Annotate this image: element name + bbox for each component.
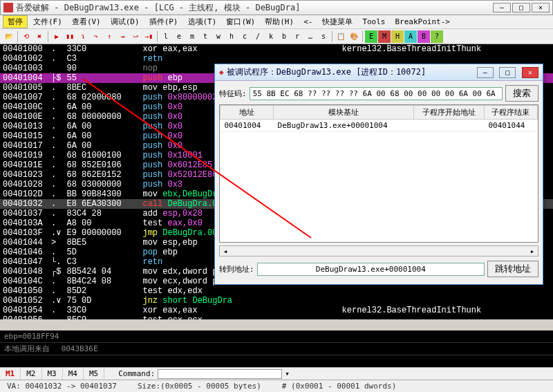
dialog-icon: ◆: [219, 68, 224, 77]
plugin-q-icon[interactable]: ?: [431, 30, 443, 43]
menu-help[interactable]: 帮助(H): [261, 15, 298, 28]
tab-m1[interactable]: M1: [0, 368, 21, 380]
disasm-row[interactable]: 00401056.85C9test ecx,ecx: [0, 315, 553, 319]
col-proc-end[interactable]: 子程序结束: [484, 106, 537, 120]
tab-m5[interactable]: M5: [84, 368, 104, 380]
col-module-base[interactable]: 模块基址: [274, 106, 414, 120]
disasm-row[interactable]: 00401054.33C0xor eax,eaxkernel32.BaseThr…: [0, 306, 553, 315]
signature-input[interactable]: [250, 87, 503, 100]
disasm-row[interactable]: 00401000.33C0xor eax,eaxkernel32.BaseThr…: [0, 44, 553, 54]
trace-over-icon[interactable]: ⤻: [129, 30, 142, 43]
menu-file[interactable]: 文件(F): [29, 15, 66, 28]
app-icon: [3, 3, 13, 12]
col-proc-start[interactable]: 子程序开始地址: [413, 106, 484, 120]
horizontal-scrollbar[interactable]: ◂ ▸: [219, 245, 538, 256]
menu-view[interactable]: 查看(V): [68, 15, 105, 28]
step-into-icon[interactable]: ↴: [77, 30, 89, 43]
call-from-label: 本地调用来自: [4, 344, 50, 353]
menu-breakpoint[interactable]: BreakPoint->: [391, 16, 454, 28]
dialog-max-button[interactable]: □: [499, 67, 516, 78]
title-bar: 吾爱破解 - DeBugDraw13.exe - [LCG - 主线程, 模块 …: [0, 0, 553, 15]
register-line: ebp=0018FF94: [0, 330, 553, 342]
signature-label: 特征码:: [219, 88, 247, 99]
call-from-line: 本地调用来自 0043B36E: [0, 342, 553, 355]
step-out-icon[interactable]: ↑: [103, 30, 115, 43]
dialog-min-button[interactable]: —: [477, 67, 494, 78]
disasm-row[interactable]: 00401052.∨75 0Djnz short DeBugDra: [0, 296, 553, 306]
settings-icon[interactable]: 🎨: [348, 30, 360, 43]
cell-start: [413, 120, 484, 132]
dialog-titlebar[interactable]: ◆ 被调试程序：DeBugDraw13.exe [进程ID：10072] — □…: [215, 64, 543, 81]
status-hash: # (0x0001 - 00001 dwords): [282, 382, 397, 391]
tb-m[interactable]: m: [186, 30, 198, 43]
scroll-left-icon[interactable]: ◂: [220, 247, 231, 256]
plugin-m-icon[interactable]: M: [378, 30, 391, 43]
plugin-a-icon[interactable]: A: [404, 30, 417, 43]
window-title: 吾爱破解 - DeBugDraw13.exe - [LCG - 主线程, 模块 …: [16, 2, 493, 14]
trace-into-icon[interactable]: ⇥: [116, 30, 129, 43]
tb-w[interactable]: w: [212, 30, 225, 43]
disasm-row[interactable]: 00401002.C3retn: [0, 54, 553, 64]
run-icon[interactable]: ▶: [50, 30, 63, 43]
restart-icon[interactable]: ⟲: [20, 30, 32, 43]
pause-icon[interactable]: ▮▮: [64, 30, 76, 43]
close-icon[interactable]: ✖: [33, 30, 46, 43]
goto-label: 转到地址:: [219, 264, 254, 274]
tb-h[interactable]: h: [225, 30, 238, 43]
menu-tools[interactable]: Tools: [358, 16, 389, 28]
menu-options[interactable]: 选项(T): [184, 15, 221, 28]
tab-m3[interactable]: M3: [42, 368, 63, 380]
search-button[interactable]: 搜索: [505, 85, 538, 102]
menu-plugin[interactable]: 插件(P): [145, 15, 182, 28]
tab-m2[interactable]: M2: [21, 368, 41, 380]
disasm-row[interactable]: 00401050.85D2test edx,edx: [0, 286, 553, 296]
maximize-button[interactable]: □: [512, 3, 530, 12]
tb-k[interactable]: k: [265, 30, 277, 43]
open-icon[interactable]: 📂: [3, 30, 15, 43]
command-dropdown-icon[interactable]: ▾: [285, 369, 290, 378]
plugin-h-icon[interactable]: H: [391, 30, 404, 43]
run-to-icon[interactable]: →▮: [142, 30, 155, 43]
command-input[interactable]: [158, 369, 282, 379]
menu-bar: 暂停 文件(F) 查看(V) 调试(D) 插件(P) 选项(T) 窗口(W) 帮…: [0, 15, 553, 29]
bottom-panel: ebp=0018FF94 本地调用来自 0043B36E M1 M2 M3 M4…: [0, 330, 553, 392]
step-over-icon[interactable]: ↷: [90, 30, 102, 43]
call-from-value: 0043B36E: [62, 344, 98, 353]
menu-back[interactable]: <-: [299, 16, 317, 28]
tb-e[interactable]: e: [173, 30, 185, 43]
menu-quick[interactable]: 快捷菜单: [318, 15, 357, 28]
results-grid[interactable]: 地址 模块基址 子程序开始地址 子程序结束 00401004 DeBugDraw…: [219, 104, 538, 243]
cell-addr: 00401004: [221, 120, 274, 132]
tb-b[interactable]: b: [278, 30, 290, 43]
pause-indicator[interactable]: 暂停: [3, 15, 28, 28]
tb-r[interactable]: r: [291, 30, 303, 43]
dialog-close-button[interactable]: ✕: [522, 67, 538, 78]
cell-base: DeBugDraw13.exe+00001004: [274, 120, 414, 132]
menu-window[interactable]: 窗口(W): [222, 15, 259, 28]
minimize-button[interactable]: —: [493, 3, 511, 12]
goto-button[interactable]: 跳转地址: [487, 261, 538, 277]
tb-c[interactable]: c: [238, 30, 251, 43]
tb-dots[interactable]: …: [304, 30, 317, 43]
memory-tabs: M1 M2 M3 M4 M5 Command: ▾: [0, 367, 553, 380]
status-va: VA: 00401032 -> 00401037: [7, 382, 117, 391]
tb-t[interactable]: t: [199, 30, 212, 43]
scroll-right-icon[interactable]: ▸: [527, 247, 538, 256]
window-buttons: — □ ✕: [493, 3, 550, 12]
toolbar: 📂 ⟲ ✖ ▶ ▮▮ ↴ ↷ ↑ ⇥ ⤻ →▮ l e m t w h c / …: [0, 29, 553, 44]
options-icon[interactable]: 📋: [335, 30, 347, 43]
cell-end: 00401044: [484, 120, 537, 132]
menu-debug[interactable]: 调试(D): [106, 15, 144, 28]
search-dialog: ◆ 被调试程序：DeBugDraw13.exe [进程ID：10072] — □…: [214, 64, 543, 285]
goto-input[interactable]: [257, 263, 485, 276]
tb-l[interactable]: l: [160, 30, 172, 43]
tb-s[interactable]: s: [317, 30, 330, 43]
col-address[interactable]: 地址: [221, 106, 274, 120]
tab-m4[interactable]: M4: [63, 368, 84, 380]
dialog-title: 被调试程序：DeBugDraw13.exe [进程ID：10072]: [227, 66, 476, 78]
close-button[interactable]: ✕: [532, 3, 550, 12]
plugin-b-icon[interactable]: B: [418, 30, 430, 43]
plugin-e-icon[interactable]: E: [365, 30, 377, 43]
result-row[interactable]: 00401004 DeBugDraw13.exe+00001004 004010…: [221, 120, 538, 132]
tb-slash[interactable]: /: [252, 30, 264, 43]
